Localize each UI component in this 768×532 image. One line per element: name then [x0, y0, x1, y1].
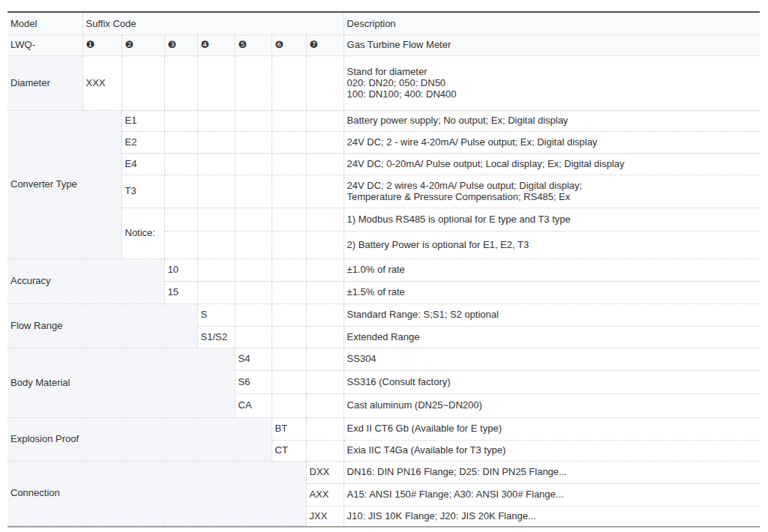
- empty-cell: [197, 259, 235, 281]
- empty-cell: [235, 131, 272, 153]
- empty-cell: [235, 326, 272, 348]
- row-label-connection: Connection: [8, 461, 306, 525]
- empty-cell: [164, 55, 197, 110]
- header-description: Description: [344, 13, 760, 34]
- desc-diameter-line3: 100: DN100; 400: DN400: [347, 88, 758, 100]
- desc-t3-line1: 24V DC; 2 wires 4-20mA/ Pulse output; Di…: [347, 180, 758, 191]
- table-header-row: Model Suffix Code Description: [8, 13, 760, 34]
- empty-cell: [197, 153, 235, 175]
- empty-cell: [164, 153, 197, 175]
- empty-cell: [272, 175, 306, 208]
- empty-cell: [197, 281, 235, 303]
- empty-cell: [272, 303, 306, 326]
- empty-cell: [272, 326, 306, 348]
- suffix-code-table-wrapper: Model Suffix Code Description LWQ- ❶ ❷ ❸…: [8, 11, 760, 528]
- notice-text-1: 1) Modbus RS485 is optional for E type a…: [344, 208, 760, 231]
- empty-cell: [306, 281, 344, 303]
- model-code-row: LWQ- ❶ ❷ ❸ ❹ ❺ ❻ ❼ Gas Turbine Flow Mete…: [8, 34, 760, 55]
- empty-cell: [272, 259, 306, 281]
- empty-cell: [235, 175, 272, 208]
- model-code: LWQ-: [8, 34, 82, 55]
- empty-cell: [306, 303, 344, 326]
- suffix-digit-1: ❶: [82, 34, 122, 55]
- empty-cell: [306, 348, 344, 370]
- code-explosion-ct: CT: [272, 440, 306, 461]
- row-label-body-material: Body Material: [8, 348, 235, 417]
- empty-cell: [197, 55, 235, 110]
- row-label-diameter: Diameter: [8, 55, 82, 110]
- desc-body-s6: SS316 (Consult factory): [344, 370, 760, 393]
- empty-cell: [306, 393, 344, 417]
- code-e1: E1: [122, 110, 164, 131]
- empty-cell: [272, 281, 306, 303]
- empty-cell: [306, 259, 344, 281]
- empty-cell: [306, 417, 344, 440]
- suffix-code-table: Model Suffix Code Description LWQ- ❶ ❷ ❸…: [8, 13, 760, 526]
- product-name: Gas Turbine Flow Meter: [344, 34, 760, 55]
- accuracy-row-10: Accuracy 10 ±1.0% of rate: [8, 259, 760, 281]
- row-label-converter-type: Converter Type: [8, 110, 122, 259]
- suffix-digit-7: ❼: [306, 34, 344, 55]
- code-e4: E4: [122, 153, 164, 175]
- code-body-s6: S6: [235, 370, 272, 393]
- suffix-digit-4: ❹: [197, 34, 235, 55]
- empty-cell: [197, 110, 235, 131]
- empty-cell: [306, 131, 344, 153]
- notice-label: Notice:: [122, 208, 164, 259]
- empty-cell: [235, 231, 272, 259]
- empty-cell: [272, 153, 306, 175]
- empty-cell: [306, 153, 344, 175]
- empty-cell: [164, 231, 197, 259]
- header-suffix-code: Suffix Code: [82, 13, 344, 34]
- empty-cell: [272, 208, 306, 231]
- code-t3: T3: [122, 175, 164, 208]
- empty-cell: [164, 110, 197, 131]
- desc-diameter-line2: 020: DN20; 050: DN50: [347, 77, 758, 88]
- empty-cell: [235, 110, 272, 131]
- code-connection-axx: AXX: [306, 483, 344, 506]
- desc-flow-s1s2: Extended Range: [344, 326, 760, 348]
- empty-cell: [272, 370, 306, 393]
- empty-cell: [272, 110, 306, 131]
- diameter-row: Diameter XXX Stand for diameter 020: DN2…: [8, 55, 760, 110]
- row-label-flow-range: Flow Range: [8, 303, 197, 348]
- empty-cell: [306, 440, 344, 461]
- code-body-ca: CA: [235, 393, 272, 417]
- empty-cell: [235, 153, 272, 175]
- empty-cell: [272, 55, 306, 110]
- desc-t3-line2: Temperature & Pressure Compensation; RS4…: [347, 191, 758, 202]
- body-material-row-s4: Body Material S4 SS304: [8, 348, 760, 370]
- flow-range-row-s: Flow Range S Standard Range: S;S1; S2 op…: [8, 303, 760, 326]
- desc-connection-dxx: DN16: DIN PN16 Flange; D25: DIN PN25 Fla…: [344, 461, 760, 483]
- suffix-digit-5: ❺: [235, 34, 272, 55]
- code-connection-jxx: JXX: [306, 506, 344, 525]
- suffix-digit-2: ❷: [122, 34, 164, 55]
- empty-cell: [197, 175, 235, 208]
- empty-cell: [235, 281, 272, 303]
- desc-e2: 24V DC; 2 - wire 4-20mA/ Pulse output; E…: [344, 131, 760, 153]
- empty-cell: [122, 55, 164, 110]
- desc-connection-jxx: J10: JIS 10K Flange; J20: JIS 20K Flange…: [344, 506, 760, 525]
- empty-cell: [306, 175, 344, 208]
- empty-cell: [235, 303, 272, 326]
- empty-cell: [164, 208, 197, 231]
- connection-row-dxx: Connection DXX DN16: DIN PN16 Flange; D2…: [8, 461, 760, 483]
- desc-e4: 24V DC; 0-20mA/ Pulse output; Local disp…: [344, 153, 760, 175]
- empty-cell: [306, 326, 344, 348]
- empty-cell: [272, 231, 306, 259]
- empty-cell: [235, 208, 272, 231]
- code-flow-s1s2: S1/S2: [197, 326, 235, 348]
- datasheet-page: Model Suffix Code Description LWQ- ❶ ❷ ❸…: [0, 0, 768, 532]
- code-flow-s: S: [197, 303, 235, 326]
- converter-e1-row: Converter Type E1 Battery power supply; …: [8, 110, 760, 131]
- desc-body-ca: Cast aluminum (DN25~DN200): [344, 393, 760, 417]
- code-accuracy-10: 10: [164, 259, 197, 281]
- desc-diameter-line1: Stand for diameter: [347, 66, 758, 77]
- desc-flow-s: Standard Range: S;S1; S2 optional: [344, 303, 760, 326]
- desc-t3: 24V DC; 2 wires 4-20mA/ Pulse output; Di…: [344, 175, 760, 208]
- notice-text-2: 2) Battery Power is optional for E1, E2,…: [344, 231, 760, 259]
- suffix-digit-3: ❸: [164, 34, 197, 55]
- empty-cell: [235, 55, 272, 110]
- desc-accuracy-10: ±1.0% of rate: [344, 259, 760, 281]
- desc-accuracy-15: ±1.5% of rate: [344, 281, 760, 303]
